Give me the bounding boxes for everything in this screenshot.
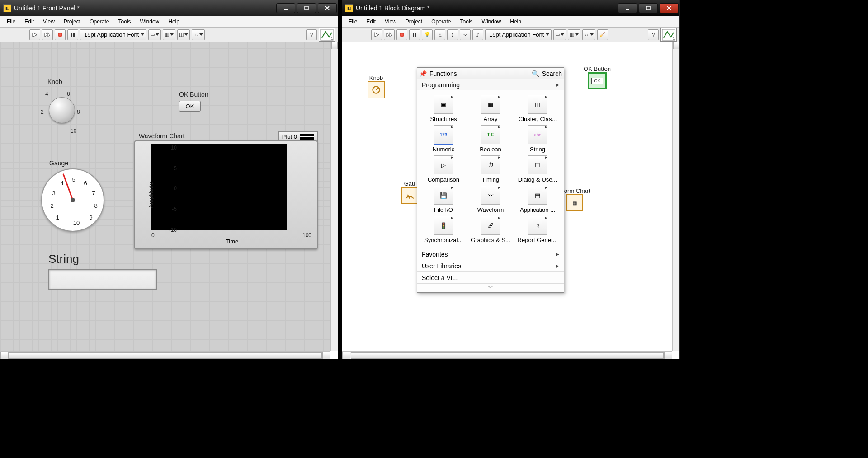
palette-search-label[interactable]: Search <box>542 70 562 77</box>
run-button[interactable] <box>371 29 382 40</box>
pause-button[interactable] <box>409 29 420 40</box>
front-titlebar[interactable]: ◧ Untitled 1 Front Panel * <box>0 0 338 16</box>
menu-project[interactable]: Project <box>59 16 85 27</box>
palette-row-favorites[interactable]: Favorites▶ <box>417 248 564 260</box>
menu-file[interactable]: File <box>2 16 20 27</box>
menu-operate[interactable]: Operate <box>427 16 455 27</box>
block-horizontal-scrollbar[interactable] <box>342 351 672 359</box>
block-vertical-scrollbar[interactable] <box>672 42 679 351</box>
menu-help[interactable]: Help <box>505 16 526 27</box>
gauge-control[interactable]: Gauge 1 2 3 4 5 6 7 8 9 10 <box>41 159 104 232</box>
palette-category-programming[interactable]: Programming ▶ <box>417 79 564 90</box>
palette-item-waveform[interactable]: 〰Waveform <box>468 186 513 213</box>
menu-tools[interactable]: Tools <box>456 16 477 27</box>
svg-rect-1 <box>305 6 308 10</box>
menu-window[interactable]: Window <box>136 16 164 27</box>
gauge-terminal[interactable]: Gau <box>401 180 418 204</box>
ok-button-terminal[interactable]: OK Button OK <box>584 65 611 89</box>
menu-project[interactable]: Project <box>401 16 427 27</box>
retain-wire-values-button[interactable]: ⎌ <box>434 29 445 40</box>
palette-item-graphics[interactable]: 🖊Graphics & S... <box>468 216 513 243</box>
block-canvas[interactable]: Knob Gau OK Button OK ef <box>342 42 672 351</box>
palette-row-user-libraries[interactable]: User Libraries▶ <box>417 260 564 271</box>
palette-item-comparison[interactable]: ▷Comparison <box>421 155 466 183</box>
resize-button[interactable]: ◫ <box>177 29 190 40</box>
palette-item-structures[interactable]: ▣Structures <box>421 95 466 122</box>
minimize-button[interactable] <box>276 3 295 13</box>
palette-item-array[interactable]: ▦Array <box>468 95 513 122</box>
run-continuously-button[interactable] <box>384 29 395 40</box>
font-selector[interactable]: 15pt Application Font <box>80 29 146 40</box>
minimize-button[interactable] <box>618 3 637 13</box>
pin-icon[interactable]: 📌 <box>419 70 427 77</box>
wave-xtick-0: 0 <box>151 232 155 238</box>
maximize-button[interactable] <box>639 3 658 13</box>
step-out-button[interactable]: ⤴ <box>472 29 483 40</box>
menu-view[interactable]: View <box>38 16 59 27</box>
menu-edit[interactable]: Edit <box>20 16 38 27</box>
knob-dial[interactable] <box>49 97 75 123</box>
functions-palette[interactable]: 📌 Functions 🔍 Search Programming ▶ ▣Stru… <box>417 67 564 293</box>
front-grid-canvas[interactable]: Knob 2 4 6 8 10 OK Button OK Gauge 1 2 <box>0 42 330 351</box>
knob-terminal-icon <box>368 81 385 98</box>
help-button[interactable]: ? <box>306 29 317 40</box>
close-button[interactable] <box>660 3 679 13</box>
palette-item-cluster[interactable]: ◫Cluster, Clas... <box>515 95 560 122</box>
cleanup-button[interactable]: 🧹 <box>597 29 608 40</box>
palette-item-string[interactable]: abcString <box>515 125 560 153</box>
vi-connector-icon[interactable]: 1 <box>319 28 335 42</box>
pause-button[interactable] <box>67 29 78 40</box>
menu-file[interactable]: File <box>344 16 362 27</box>
menu-operate[interactable]: Operate <box>85 16 113 27</box>
abort-button[interactable] <box>396 29 407 40</box>
waveform-plot-area[interactable] <box>151 144 287 230</box>
palette-item-synchronization[interactable]: 🚦Synchronizat... <box>421 216 466 243</box>
palette-collapse-handle[interactable]: ︾ <box>417 283 564 292</box>
palette-row-select-vi[interactable]: Select a VI... <box>417 271 564 283</box>
palette-item-boolean[interactable]: T FBoolean <box>468 125 513 153</box>
palette-header[interactable]: 📌 Functions 🔍 Search <box>417 68 564 79</box>
knob-control[interactable]: 2 4 6 8 10 <box>39 83 93 137</box>
gauge-terminal-icon <box>401 187 418 204</box>
run-continuously-button[interactable] <box>42 29 53 40</box>
palette-item-numeric[interactable]: 123Numeric <box>421 125 466 153</box>
chevron-right-icon: ▶ <box>556 82 559 87</box>
palette-item-report[interactable]: 🖨Report Gener... <box>515 216 560 243</box>
step-over-button[interactable]: ⤼ <box>460 29 471 40</box>
wave-ytick-5: 5 <box>174 165 177 172</box>
align-button[interactable]: ▭ <box>553 29 566 40</box>
search-icon[interactable]: 🔍 <box>532 70 539 77</box>
palette-item-dialog[interactable]: ☐Dialog & Use... <box>515 155 560 183</box>
gauge-tick-6: 6 <box>84 180 87 187</box>
palette-item-fileio[interactable]: 💾File I/O <box>421 186 466 213</box>
front-vertical-scrollbar[interactable] <box>330 42 338 351</box>
front-horizontal-scrollbar[interactable] <box>0 351 330 359</box>
block-titlebar[interactable]: ◧ Untitled 1 Block Diagram * <box>342 0 679 16</box>
vi-connector-icon[interactable]: 1 <box>660 28 677 42</box>
step-into-button[interactable]: ⤵ <box>447 29 458 40</box>
highlight-execution-button[interactable]: 💡 <box>422 29 433 40</box>
distribute-button[interactable]: ▥ <box>568 29 580 40</box>
gauge-dial[interactable]: 1 2 3 4 5 6 7 8 9 10 <box>41 168 104 232</box>
align-button[interactable]: ▭ <box>148 29 161 40</box>
help-button[interactable]: ? <box>648 29 659 40</box>
menu-edit[interactable]: Edit <box>362 16 380 27</box>
knob-terminal[interactable]: Knob <box>368 75 385 98</box>
menu-help[interactable]: Help <box>164 16 184 27</box>
run-button[interactable] <box>29 29 40 40</box>
abort-button[interactable] <box>55 29 66 40</box>
string-input[interactable] <box>48 269 157 290</box>
palette-item-timing[interactable]: ⏱Timing <box>468 155 513 183</box>
reorder-button[interactable]: ↔ <box>192 29 205 40</box>
font-selector[interactable]: 15pt Application Font <box>485 29 552 40</box>
menu-tools[interactable]: Tools <box>114 16 136 27</box>
reorder-button[interactable]: ↔ <box>582 29 595 40</box>
menu-window[interactable]: Window <box>477 16 506 27</box>
palette-item-application[interactable]: ▤Application ... <box>515 186 560 213</box>
waveform-chart-control[interactable]: Plot 0 Waveform Chart 10 5 0 -5 -10 0 10… <box>134 132 318 249</box>
close-button[interactable] <box>318 3 337 13</box>
distribute-button[interactable]: ▥ <box>163 29 175 40</box>
maximize-button[interactable] <box>297 3 316 13</box>
ok-button[interactable]: OK <box>179 101 201 112</box>
menu-view[interactable]: View <box>380 16 401 27</box>
